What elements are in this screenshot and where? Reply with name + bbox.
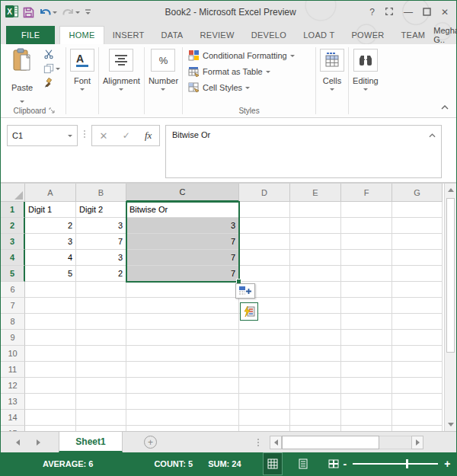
zoom-out-button[interactable]: - xyxy=(344,458,347,469)
cell-C2[interactable]: 3 xyxy=(126,218,239,234)
undo-dropdown-icon[interactable] xyxy=(53,11,57,14)
tab-insert[interactable]: INSERT xyxy=(104,27,153,44)
horizontal-scroll-thumb[interactable] xyxy=(282,436,379,449)
cell-G5[interactable] xyxy=(392,266,443,282)
cell-A5[interactable]: 5 xyxy=(25,266,76,282)
tab-load-test[interactable]: LOAD T xyxy=(295,27,343,44)
cell-C8[interactable] xyxy=(126,314,239,330)
cut-button[interactable] xyxy=(43,49,60,59)
cell-B9[interactable] xyxy=(76,330,126,346)
cell-F1[interactable] xyxy=(341,202,392,218)
close-button[interactable]: ✕ xyxy=(441,8,449,17)
cell-B6[interactable] xyxy=(76,282,126,298)
cell-D2[interactable] xyxy=(239,218,290,234)
row-header-10[interactable]: 10 xyxy=(1,346,25,362)
cell-C10[interactable] xyxy=(126,346,239,362)
cell-A4[interactable]: 4 xyxy=(25,250,76,266)
cell-A14[interactable] xyxy=(25,410,76,426)
zoom-slider-handle[interactable] xyxy=(406,459,408,468)
cell-E6[interactable] xyxy=(290,282,341,298)
column-header-D[interactable]: D xyxy=(239,184,290,202)
editing-group-button[interactable]: Editing xyxy=(350,44,382,117)
cell-A11[interactable] xyxy=(25,362,76,378)
cell-E12[interactable] xyxy=(290,378,341,394)
cell-G14[interactable] xyxy=(392,410,443,426)
cell-C11[interactable] xyxy=(126,362,239,378)
cell-D9[interactable] xyxy=(239,330,290,346)
cell-A1[interactable]: Digit 1 xyxy=(25,202,76,218)
cell-G8[interactable] xyxy=(392,314,443,330)
user-name[interactable]: Megha G.. xyxy=(433,26,457,44)
collapse-formula-bar-button[interactable] xyxy=(429,130,436,139)
row-header-3[interactable]: 3 xyxy=(1,234,25,250)
cell-C13[interactable] xyxy=(126,394,239,410)
cell-C6[interactable] xyxy=(126,282,239,298)
cell-E10[interactable] xyxy=(290,346,341,362)
cell-G12[interactable] xyxy=(392,378,443,394)
name-box[interactable]: C1 xyxy=(7,125,78,146)
copy-button[interactable] xyxy=(43,63,60,74)
select-all-button[interactable] xyxy=(1,184,25,202)
tab-review[interactable]: REVIEW xyxy=(192,27,243,44)
horizontal-scrollbar[interactable] xyxy=(270,436,423,449)
cell-C7[interactable] xyxy=(126,298,239,314)
row-header-12[interactable]: 12 xyxy=(1,378,25,394)
cell-A8[interactable] xyxy=(25,314,76,330)
status-sum[interactable]: SUM: 24 xyxy=(208,459,241,468)
cell-E8[interactable] xyxy=(290,314,341,330)
row-header-5[interactable]: 5 xyxy=(1,266,25,282)
zoom-slider[interactable] xyxy=(353,463,438,465)
cell-C3[interactable]: 7 xyxy=(126,234,239,250)
cell-F4[interactable] xyxy=(341,250,392,266)
tab-team[interactable]: TEAM xyxy=(393,27,434,44)
cell-C1[interactable]: Bitwise Or xyxy=(126,202,239,218)
cell-G11[interactable] xyxy=(392,362,443,378)
cell-F2[interactable] xyxy=(341,218,392,234)
cancel-entry-button[interactable]: ✕ xyxy=(100,130,108,142)
cell-B2[interactable]: 3 xyxy=(76,218,126,234)
number-group-button[interactable]: % Number xyxy=(145,44,181,117)
row-header-7[interactable]: 7 xyxy=(1,298,25,314)
fullscreen-button[interactable] xyxy=(385,7,394,18)
row-header-14[interactable]: 14 xyxy=(1,410,25,426)
cell-B15[interactable] xyxy=(76,426,126,431)
scroll-up-button[interactable] xyxy=(445,184,456,196)
cell-E1[interactable] xyxy=(290,202,341,218)
page-break-preview-button[interactable] xyxy=(324,452,344,475)
cell-F10[interactable] xyxy=(341,346,392,362)
confirm-entry-button[interactable]: ✓ xyxy=(123,130,130,141)
cell-G15[interactable] xyxy=(392,426,443,431)
cell-D5[interactable] xyxy=(239,266,290,282)
tab-data[interactable]: DATA xyxy=(153,27,192,44)
status-average[interactable]: AVERAGE: 6 xyxy=(43,459,93,468)
cell-D3[interactable] xyxy=(239,234,290,250)
vertical-scroll-thumb[interactable] xyxy=(446,198,455,353)
cell-A2[interactable]: 2 xyxy=(25,218,76,234)
insert-function-button[interactable]: fx xyxy=(145,129,152,142)
status-count[interactable]: COUNT: 5 xyxy=(154,459,193,468)
row-header-1[interactable]: 1 xyxy=(1,202,25,218)
cell-F7[interactable] xyxy=(341,298,392,314)
cell-D10[interactable] xyxy=(239,346,290,362)
conditional-formatting-button[interactable]: Conditional Formatting xyxy=(188,49,310,62)
column-header-B[interactable]: B xyxy=(76,184,126,202)
auto-fill-options-button[interactable] xyxy=(235,283,255,299)
cell-F12[interactable] xyxy=(341,378,392,394)
cell-B10[interactable] xyxy=(76,346,126,362)
tab-file[interactable]: FILE xyxy=(6,26,55,44)
cell-C5[interactable]: 7 xyxy=(126,266,239,282)
cell-D12[interactable] xyxy=(239,378,290,394)
redo-dropdown-icon[interactable] xyxy=(75,11,80,14)
cell-E14[interactable] xyxy=(290,410,341,426)
cell-C9[interactable] xyxy=(126,330,239,346)
cell-C4[interactable]: 7 xyxy=(126,250,239,266)
cell-E13[interactable] xyxy=(290,394,341,410)
cell-C12[interactable] xyxy=(126,378,239,394)
cell-F11[interactable] xyxy=(341,362,392,378)
cell-D4[interactable] xyxy=(239,250,290,266)
format-as-table-button[interactable]: Format as Table xyxy=(188,65,310,78)
cell-D1[interactable] xyxy=(239,202,290,218)
cell-G10[interactable] xyxy=(392,346,443,362)
cell-A10[interactable] xyxy=(25,346,76,362)
cell-B12[interactable] xyxy=(76,378,126,394)
